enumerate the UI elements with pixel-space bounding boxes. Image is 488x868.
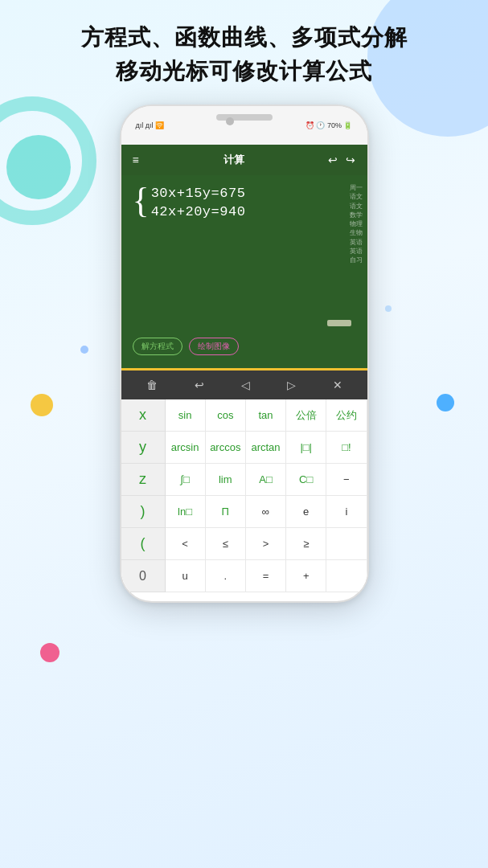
title-text-2: 移动光标可修改计算公式	[116, 59, 372, 84]
bg-dot-yellow	[31, 394, 53, 416]
notch-bar	[216, 114, 273, 121]
key-empty-6	[326, 560, 367, 592]
undo-icon[interactable]: ↩	[328, 154, 338, 166]
battery-indicator: ⏰ 🕐 70% 🔋	[306, 121, 353, 129]
key-euler[interactable]: e	[286, 496, 326, 528]
key-close-paren[interactable]: )	[121, 496, 165, 528]
chalkboard: 周一 语文 语文 数学 物理 生物 英语 英语 自习 { 30x+15y=675…	[121, 175, 367, 368]
toolbar-close-button[interactable]: ✕	[330, 375, 346, 395]
key-less-than[interactable]: <	[166, 528, 206, 560]
key-arccos[interactable]: arccos	[206, 432, 246, 464]
key-x[interactable]: x	[121, 399, 165, 432]
equation-display: { 30x+15y=675 42x+20y=940	[133, 186, 356, 328]
key-less-equal[interactable]: ≤	[206, 528, 246, 560]
sidebar-label-3: 语文	[350, 202, 363, 211]
key-arctan[interactable]: arctan	[246, 432, 286, 464]
action-buttons: 解方程式 绘制图像	[133, 338, 356, 360]
math-keyboard: x y z ) ( 0 sin cos tan 公倍 公约 arcsin arc…	[121, 399, 367, 592]
bg-dot-pink	[40, 643, 59, 662]
phone-frame: дıl дıl 🛜 ⏰ 🕐 70% 🔋 ≡ 计算 ↩ ↪ 周一 语文 语文 数学…	[120, 104, 369, 603]
key-arcsin[interactable]: arcsin	[166, 432, 206, 464]
key-minus[interactable]: −	[326, 464, 367, 496]
phone-mockup: дıl дıl 🛜 ⏰ 🕐 70% 🔋 ≡ 计算 ↩ ↪ 周一 语文 语文 数学…	[120, 104, 369, 603]
toolbar: 🗑 ↩ ◁ ▷ ✕	[121, 371, 367, 399]
key-integral[interactable]: ∫□	[166, 464, 206, 496]
sidebar-label-8: 英语	[350, 247, 363, 256]
title-area: 方程式、函数曲线、多项式分解 移动光标可修改计算公式	[0, 23, 488, 87]
title-line1: 方程式、函数曲线、多项式分解	[0, 23, 488, 53]
key-permutation[interactable]: A□	[246, 464, 286, 496]
sidebar-label-7: 英语	[350, 238, 363, 247]
title-line2: 移动光标可修改计算公式	[0, 56, 488, 87]
key-plus[interactable]: +	[286, 560, 326, 592]
menu-icon[interactable]: ≡	[133, 154, 139, 166]
key-u[interactable]: u	[166, 560, 206, 592]
draw-graph-button[interactable]: 绘制图像	[189, 338, 239, 355]
key-lim[interactable]: lim	[206, 464, 246, 496]
key-y[interactable]: y	[121, 432, 165, 464]
solve-equation-button[interactable]: 解方程式	[133, 338, 182, 355]
key-gcd[interactable]: 公约	[326, 399, 367, 432]
chalk-eraser	[327, 320, 351, 326]
notch-camera	[226, 117, 234, 125]
key-lcm[interactable]: 公倍	[286, 399, 326, 432]
key-z[interactable]: z	[121, 464, 165, 496]
toolbar-right-button[interactable]: ▷	[284, 375, 299, 395]
key-zero[interactable]: 0	[121, 560, 165, 592]
keyboard-left-panel: x y z ) ( 0	[121, 399, 166, 592]
equation-brace: { 30x+15y=675 42x+20y=940	[133, 186, 356, 219]
key-open-paren[interactable]: (	[121, 528, 165, 560]
delete-button[interactable]: 🗑	[143, 375, 161, 395]
sidebar-label-5: 物理	[350, 219, 363, 228]
key-pi[interactable]: Π	[206, 496, 246, 528]
bg-dot-small2	[385, 305, 392, 312]
sidebar-label-6: 生物	[350, 228, 363, 237]
app-header: ≡ 计算 ↩ ↪	[121, 145, 367, 175]
signal-indicator: дıl дıl 🛜	[136, 121, 165, 129]
key-imaginary[interactable]: i	[326, 496, 367, 528]
key-abs[interactable]: |□|	[286, 432, 326, 464]
key-empty-5	[326, 528, 367, 560]
equations-lines: 30x+15y=675 42x+20y=940	[151, 186, 246, 219]
key-infinity[interactable]: ∞	[246, 496, 286, 528]
redo-icon[interactable]: ↪	[346, 154, 355, 166]
keyboard-right-panel: sin cos tan 公倍 公约 arcsin arccos arctan |…	[166, 399, 367, 592]
key-sin[interactable]: sin	[166, 399, 206, 432]
key-tan[interactable]: tan	[246, 399, 286, 432]
sidebar-label-1: 周一	[350, 183, 363, 192]
key-greater-than[interactable]: >	[246, 528, 286, 560]
key-cos[interactable]: cos	[206, 399, 246, 432]
key-combination[interactable]: C□	[286, 464, 326, 496]
key-greater-equal[interactable]: ≥	[286, 528, 326, 560]
bg-dot-blue	[437, 394, 454, 411]
key-equals[interactable]: =	[246, 560, 286, 592]
sidebar-label-4: 数学	[350, 211, 363, 219]
sidebar-label-9: 自习	[350, 256, 363, 264]
toolbar-left-button[interactable]: ◁	[238, 375, 253, 395]
app-title: 计算	[223, 153, 244, 167]
bg-ring-inner-decoration	[6, 135, 71, 199]
title-text-1: 方程式、函数曲线、多项式分解	[81, 25, 408, 50]
toolbar-undo-button[interactable]: ↩	[191, 375, 207, 395]
status-bar: дıl дıl 🛜 ⏰ 🕐 70% 🔋	[121, 106, 367, 145]
brace-symbol: {	[133, 185, 150, 217]
sidebar-label-2: 语文	[350, 192, 363, 201]
bg-dot-small	[80, 346, 88, 354]
key-dot[interactable]: .	[206, 560, 246, 592]
equation-line-1: 30x+15y=675	[151, 186, 246, 202]
equation-line-2: 42x+20y=940	[151, 205, 246, 220]
key-bracket[interactable]: □!	[326, 432, 367, 464]
key-ln[interactable]: ln□	[166, 496, 206, 528]
sidebar-labels: 周一 语文 语文 数学 物理 生物 英语 英语 自习	[350, 183, 363, 264]
